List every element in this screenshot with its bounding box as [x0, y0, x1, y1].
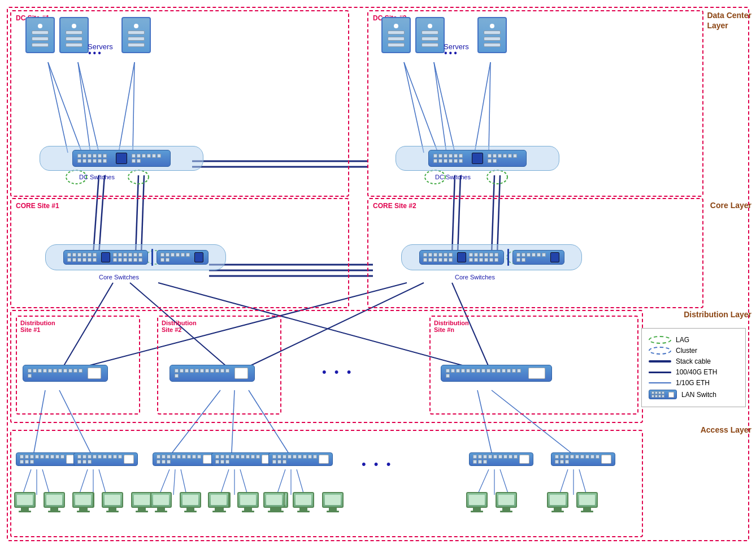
access-outer-box — [10, 430, 643, 537]
core-switch1-label: Core Switches — [99, 274, 139, 281]
dc-switch1-label: DC Switches — [79, 174, 115, 180]
legend-10g: 1/10G ETH — [649, 379, 738, 387]
core-switch2-a — [419, 250, 504, 265]
servers-dc2-dots: ••• — [444, 48, 459, 58]
legend-stack: Stack cable — [649, 357, 738, 365]
core-switch2-b — [512, 250, 564, 265]
access-switch6 — [469, 452, 533, 466]
dc-switch2-a — [428, 150, 527, 167]
legend-stack-label: Stack cable — [676, 357, 711, 365]
server-dc1-1 — [25, 17, 55, 53]
legend-cluster-label: Cluster — [676, 347, 697, 355]
access-switch3 — [153, 452, 217, 466]
dc-layer-label: Data Center Layer — [707, 10, 751, 31]
computers-group2 — [71, 492, 154, 512]
dist-siten-label: DistributionSite #n — [434, 320, 469, 333]
dc-switch1-cluster-bg — [40, 146, 203, 171]
core-switch2-cluster-bg — [401, 244, 582, 270]
dist-layer-label: Distribution Layer — [684, 310, 751, 319]
dist-site2-label: DistributionSite #2 — [162, 320, 197, 333]
dist-switch2 — [170, 365, 255, 382]
dist-dots: • • • — [322, 365, 353, 379]
cluster-icon — [649, 347, 671, 355]
core-site1-label: CORE Site #1 — [16, 202, 59, 210]
core-switch2-label: Core Switches — [455, 274, 495, 281]
access-dots: • • • — [362, 457, 393, 472]
legend-lag: LAG — [649, 336, 738, 344]
legend-lan-switch: LAN Switch — [649, 390, 738, 399]
lan-switch-icon — [649, 390, 677, 399]
access-switch4 — [211, 452, 276, 466]
core-layer-label: Core Layer — [710, 201, 751, 210]
dist-site1-label: DistributionSite #1 — [20, 320, 55, 333]
server-dc1-2 — [59, 17, 89, 53]
server-dc2-1 — [381, 17, 411, 53]
legend-10g-label: 1/10G ETH — [676, 379, 710, 387]
server-dc2-3 — [477, 17, 507, 53]
dist-switchn — [441, 365, 552, 382]
core-switch1-a — [63, 250, 148, 265]
eth10-icon — [649, 382, 671, 383]
computers-group6 — [464, 492, 519, 512]
lag-icon — [649, 336, 671, 344]
legend-100g: 100/40G ETH — [649, 368, 738, 376]
eth100-icon — [649, 372, 671, 373]
dc-switch1-a — [72, 150, 171, 167]
access-switch1 — [16, 452, 80, 466]
core-switch1-cluster-bg — [45, 244, 226, 270]
access-switch2 — [73, 452, 138, 466]
dist-switch1 — [23, 365, 108, 382]
servers-dc1-dots: ••• — [88, 48, 103, 58]
dc-switch2-label: DC Switches — [435, 174, 471, 180]
legend-box: LAG Cluster Stack cable 100/40G ETH 1/10… — [641, 328, 746, 407]
access-switch5 — [268, 452, 333, 466]
legend-lag-label: LAG — [676, 336, 689, 344]
access-switch7 — [551, 452, 615, 466]
server-dc1-3 — [121, 17, 151, 53]
legend-100g-label: 100/40G ETH — [676, 368, 717, 376]
server-dc2-2 — [415, 17, 445, 53]
computers-group7 — [545, 492, 599, 512]
legend-cluster: Cluster — [649, 347, 738, 355]
access-layer-label: Access Layer — [701, 425, 751, 434]
stack-cable-icon — [649, 360, 671, 363]
computers-group5 — [262, 492, 345, 512]
diagram-container: Data Center Layer DC Site #1 DC Site #2 … — [0, 0, 756, 548]
dc-switch2-cluster-bg — [396, 146, 559, 171]
core-switch1-b — [157, 250, 208, 265]
core-site2-label: CORE Site #2 — [373, 202, 416, 210]
legend-lan-switch-label: LAN Switch — [681, 391, 716, 399]
